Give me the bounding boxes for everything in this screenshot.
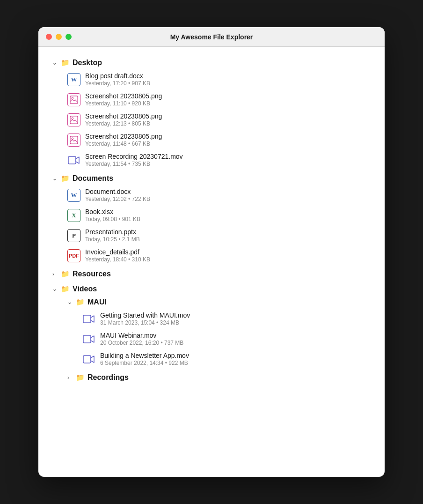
folder-recordings-header[interactable]: › 📁 Recordings bbox=[67, 371, 371, 384]
file-meta: Today, 09:08 • 901 KB bbox=[85, 216, 140, 222]
traffic-lights bbox=[46, 34, 72, 40]
file-name: Book.xlsx bbox=[85, 208, 140, 215]
file-meta: Yesterday, 12:02 • 722 KB bbox=[85, 196, 150, 202]
folder-icon: 📁 bbox=[61, 174, 70, 183]
file-name: Building a Newsletter App.mov bbox=[100, 352, 189, 359]
folder-recordings-label: Recordings bbox=[88, 373, 129, 382]
list-item[interactable]: PDF Invoice_details.pdf Yesterday, 18:40… bbox=[67, 245, 371, 266]
list-item[interactable]: P Presentation.pptx Today, 10:25 • 2.1 M… bbox=[67, 225, 371, 245]
file-name: MAUI Webinar.mov bbox=[100, 332, 183, 339]
chevron-down-icon: ⌄ bbox=[67, 299, 73, 305]
folder-icon: 📁 bbox=[61, 270, 70, 278]
folder-resources-label: Resources bbox=[73, 270, 111, 278]
file-meta: Yesterday, 11:10 • 920 KB bbox=[85, 100, 162, 107]
chevron-right-icon: › bbox=[52, 271, 58, 277]
folder-documents-header[interactable]: ⌄ 📁 Documents bbox=[52, 172, 371, 185]
minimize-button[interactable] bbox=[56, 34, 62, 40]
chevron-down-icon: ⌄ bbox=[52, 176, 58, 182]
file-meta: 6 September 2022, 14:34 • 922 MB bbox=[100, 360, 189, 366]
svg-rect-2 bbox=[70, 116, 78, 123]
documents-contents: W Document.docx Yesterday, 12:02 • 722 K… bbox=[67, 185, 371, 266]
file-meta: Yesterday, 11:54 • 735 KB bbox=[85, 161, 183, 167]
list-item[interactable]: MAUI Webinar.mov 20 October 2022, 16:20 … bbox=[82, 329, 371, 349]
folder-maui-header[interactable]: ⌄ 📁 MAUI bbox=[67, 296, 371, 309]
desktop-contents: W Blog post draft.docx Yesterday, 17:20 … bbox=[67, 69, 371, 170]
video-icon bbox=[82, 353, 95, 366]
file-name: Blog post draft.docx bbox=[85, 72, 150, 80]
file-meta: 20 October 2022, 16:20 • 737 MB bbox=[100, 340, 183, 346]
svg-point-3 bbox=[72, 118, 73, 119]
folder-icon: 📁 bbox=[76, 298, 85, 306]
folder-maui: ⌄ 📁 MAUI bbox=[67, 296, 371, 369]
file-explorer-window: My Awesome File Explorer ⌄ 📁 Desktop W B… bbox=[38, 27, 385, 477]
file-name: Invoice_details.pdf bbox=[85, 248, 150, 256]
list-item[interactable]: Screen Recording 20230721.mov Yesterday,… bbox=[67, 150, 371, 170]
file-meta: 31 March 2023, 15:04 • 324 MB bbox=[100, 319, 190, 326]
file-meta: Yesterday, 11:48 • 667 KB bbox=[85, 141, 162, 147]
file-name: Screenshot 20230805.png bbox=[85, 133, 162, 140]
maui-contents: Getting Started with MAUI.mov 31 March 2… bbox=[82, 309, 371, 369]
folder-maui-label: MAUI bbox=[88, 298, 107, 306]
file-name: Screenshot 20230805.png bbox=[85, 92, 162, 100]
folder-videos: ⌄ 📁 Videos ⌄ 📁 MAUI bbox=[52, 282, 371, 384]
file-name: Screenshot 20230805.png bbox=[85, 112, 162, 120]
videos-contents: ⌄ 📁 MAUI bbox=[67, 296, 371, 384]
chevron-right-icon: › bbox=[67, 375, 73, 380]
list-item[interactable]: Screenshot 20230805.png Yesterday, 12:13… bbox=[67, 110, 371, 130]
file-tree: ⌄ 📁 Desktop W Blog post draft.docx Yeste… bbox=[38, 47, 385, 477]
image-icon bbox=[67, 133, 80, 147]
file-name: Getting Started with MAUI.mov bbox=[100, 311, 190, 319]
excel-icon: X bbox=[67, 209, 80, 222]
file-meta: Yesterday, 17:20 • 907 KB bbox=[85, 80, 150, 87]
folder-recordings: › 📁 Recordings bbox=[67, 371, 371, 384]
file-name: Screen Recording 20230721.mov bbox=[85, 153, 183, 160]
folder-videos-header[interactable]: ⌄ 📁 Videos bbox=[52, 282, 371, 296]
video-icon bbox=[82, 312, 95, 326]
file-name: Document.docx bbox=[85, 188, 150, 195]
file-meta: Yesterday, 12:13 • 805 KB bbox=[85, 120, 162, 127]
pdf-icon: PDF bbox=[67, 249, 80, 262]
svg-rect-0 bbox=[70, 96, 78, 103]
folder-documents: ⌄ 📁 Documents W Document.docx Yesterday,… bbox=[52, 172, 371, 266]
word-icon: W bbox=[67, 189, 80, 202]
folder-resources-header[interactable]: › 📁 Resources bbox=[52, 267, 371, 281]
title-bar: My Awesome File Explorer bbox=[38, 27, 385, 47]
folder-desktop: ⌄ 📁 Desktop W Blog post draft.docx Yeste… bbox=[52, 56, 371, 170]
close-button[interactable] bbox=[46, 34, 52, 40]
window-title: My Awesome File Explorer bbox=[170, 33, 253, 41]
list-item[interactable]: Screenshot 20230805.png Yesterday, 11:10… bbox=[67, 89, 371, 110]
file-name: Presentation.pptx bbox=[85, 228, 140, 236]
list-item[interactable]: Building a Newsletter App.mov 6 Septembe… bbox=[82, 349, 371, 369]
svg-rect-9 bbox=[83, 356, 91, 363]
folder-videos-label: Videos bbox=[73, 285, 97, 293]
svg-point-1 bbox=[72, 97, 73, 99]
folder-desktop-header[interactable]: ⌄ 📁 Desktop bbox=[52, 56, 371, 69]
file-meta: Yesterday, 18:40 • 310 KB bbox=[85, 256, 150, 263]
svg-rect-7 bbox=[83, 315, 91, 323]
svg-rect-8 bbox=[83, 335, 91, 343]
folder-icon: 📁 bbox=[61, 285, 70, 293]
word-icon: W bbox=[67, 73, 80, 86]
folder-icon: 📁 bbox=[76, 373, 85, 382]
chevron-down-icon: ⌄ bbox=[52, 60, 58, 66]
chevron-down-icon: ⌄ bbox=[52, 286, 58, 292]
list-item[interactable]: Getting Started with MAUI.mov 31 March 2… bbox=[82, 309, 371, 329]
folder-icon: 📁 bbox=[61, 59, 70, 67]
list-item[interactable]: W Blog post draft.docx Yesterday, 17:20 … bbox=[67, 69, 371, 89]
ppt-icon: P bbox=[67, 229, 80, 242]
list-item[interactable]: Screenshot 20230805.png Yesterday, 11:48… bbox=[67, 130, 371, 150]
list-item[interactable]: X Book.xlsx Today, 09:08 • 901 KB bbox=[67, 205, 371, 225]
image-icon bbox=[67, 113, 80, 126]
svg-rect-6 bbox=[68, 156, 76, 164]
svg-rect-4 bbox=[70, 136, 78, 143]
image-icon bbox=[67, 93, 80, 106]
file-meta: Today, 10:25 • 2.1 MB bbox=[85, 236, 140, 243]
video-icon bbox=[67, 154, 80, 167]
list-item[interactable]: W Document.docx Yesterday, 12:02 • 722 K… bbox=[67, 185, 371, 205]
folder-desktop-label: Desktop bbox=[73, 59, 102, 67]
svg-point-5 bbox=[72, 138, 73, 140]
folder-resources: › 📁 Resources bbox=[52, 267, 371, 281]
video-icon bbox=[82, 333, 95, 346]
folder-documents-label: Documents bbox=[73, 174, 113, 183]
maximize-button[interactable] bbox=[66, 34, 72, 40]
